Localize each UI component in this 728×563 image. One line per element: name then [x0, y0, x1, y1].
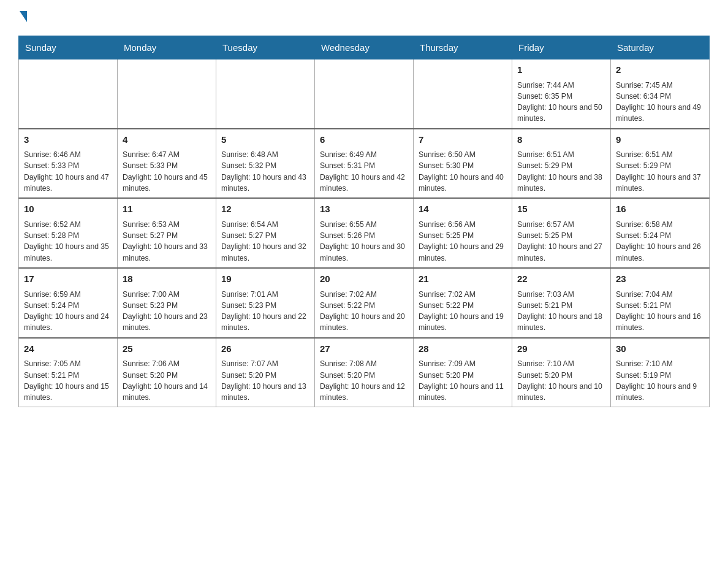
day-number: 11: [123, 202, 211, 216]
sun-info-line: Sunset: 5:21 PM: [517, 300, 605, 311]
calendar-cell: 14Sunrise: 6:56 AMSunset: 5:25 PMDayligh…: [414, 198, 512, 268]
day-number: 24: [24, 342, 112, 356]
sun-info-line: Sunrise: 7:08 AM: [320, 358, 408, 369]
sun-info-line: Sunrise: 6:55 AM: [320, 219, 408, 230]
sun-info-line: Sunrise: 7:07 AM: [221, 358, 309, 369]
calendar-week-row: 10Sunrise: 6:52 AMSunset: 5:28 PMDayligh…: [19, 198, 710, 268]
calendar-cell: 1Sunrise: 7:44 AMSunset: 6:35 PMDaylight…: [512, 59, 611, 129]
sun-info-line: Daylight: 10 hours and 37 minutes.: [616, 172, 704, 194]
calendar-cell: 26Sunrise: 7:07 AMSunset: 5:20 PMDayligh…: [216, 338, 315, 407]
day-number: 26: [221, 342, 309, 356]
calendar-cell: 10Sunrise: 6:52 AMSunset: 5:28 PMDayligh…: [19, 198, 118, 268]
sun-info-line: Sunrise: 6:51 AM: [616, 149, 704, 160]
sun-info-line: Daylight: 10 hours and 43 minutes.: [221, 172, 309, 194]
day-number: 30: [616, 342, 704, 356]
sun-info-line: Sunrise: 6:54 AM: [221, 219, 309, 230]
sun-info-line: Daylight: 10 hours and 15 minutes.: [24, 381, 112, 404]
sun-info-line: Sunrise: 7:10 AM: [517, 358, 605, 369]
day-number: 19: [221, 272, 309, 286]
calendar-cell: 12Sunrise: 6:54 AMSunset: 5:27 PMDayligh…: [216, 198, 315, 268]
logo: [18, 12, 27, 23]
sun-info-line: Daylight: 10 hours and 30 minutes.: [320, 241, 408, 264]
sun-info-line: Daylight: 10 hours and 45 minutes.: [123, 172, 211, 194]
day-number: 15: [517, 202, 605, 216]
sun-info-line: Sunrise: 7:02 AM: [320, 289, 408, 300]
day-number: 6: [320, 133, 408, 147]
sun-info-line: Daylight: 10 hours and 50 minutes.: [517, 102, 605, 124]
sun-info-line: Sunset: 5:28 PM: [24, 230, 112, 241]
day-number: 7: [419, 133, 507, 147]
sun-info-line: Sunset: 5:25 PM: [517, 230, 605, 241]
calendar-cell: 28Sunrise: 7:09 AMSunset: 5:20 PMDayligh…: [414, 338, 512, 407]
calendar-week-row: 24Sunrise: 7:05 AMSunset: 5:21 PMDayligh…: [19, 338, 710, 407]
day-number: 13: [320, 202, 408, 216]
sun-info-line: Sunset: 5:20 PM: [517, 370, 605, 381]
day-number: 2: [616, 63, 704, 77]
sun-info-line: Daylight: 10 hours and 40 minutes.: [419, 172, 507, 194]
day-number: 23: [616, 272, 704, 286]
sun-info-line: Sunset: 5:29 PM: [616, 160, 704, 171]
sun-info-line: Sunrise: 7:04 AM: [616, 289, 704, 300]
day-number: 9: [616, 133, 704, 147]
sun-info-line: Sunset: 5:22 PM: [320, 300, 408, 311]
day-number: 18: [123, 272, 211, 286]
sun-info-line: Sunrise: 6:52 AM: [24, 219, 112, 230]
day-number: 16: [616, 202, 704, 216]
sun-info-line: Sunset: 5:32 PM: [221, 160, 309, 171]
day-number: 12: [221, 202, 309, 216]
day-number: 1: [517, 63, 605, 77]
sun-info-line: Daylight: 10 hours and 11 minutes.: [419, 381, 507, 404]
sun-info-line: Daylight: 10 hours and 32 minutes.: [221, 241, 309, 264]
sun-info-line: Daylight: 10 hours and 10 minutes.: [517, 381, 605, 404]
day-number: 4: [123, 133, 211, 147]
calendar-week-row: 17Sunrise: 6:59 AMSunset: 5:24 PMDayligh…: [19, 268, 710, 338]
sun-info-line: Sunset: 5:29 PM: [517, 160, 605, 171]
weekday-header-sunday: Sunday: [19, 36, 118, 59]
sun-info-line: Sunrise: 6:51 AM: [517, 149, 605, 160]
day-number: 5: [221, 133, 309, 147]
calendar-cell: 19Sunrise: 7:01 AMSunset: 5:23 PMDayligh…: [216, 268, 315, 338]
day-number: 27: [320, 342, 408, 356]
weekday-header-tuesday: Tuesday: [216, 36, 315, 59]
sun-info-line: Sunset: 5:33 PM: [24, 160, 112, 171]
sun-info-line: Sunset: 5:30 PM: [419, 160, 507, 171]
calendar-cell: 15Sunrise: 6:57 AMSunset: 5:25 PMDayligh…: [512, 198, 611, 268]
sun-info-line: Daylight: 10 hours and 49 minutes.: [616, 102, 704, 124]
sun-info-line: Sunset: 5:23 PM: [221, 300, 309, 311]
calendar-cell: 30Sunrise: 7:10 AMSunset: 5:19 PMDayligh…: [611, 338, 710, 407]
sun-info-line: Sunrise: 7:05 AM: [24, 358, 112, 369]
calendar-cell: 11Sunrise: 6:53 AMSunset: 5:27 PMDayligh…: [118, 198, 216, 268]
sun-info-line: Daylight: 10 hours and 26 minutes.: [616, 241, 704, 264]
calendar-cell: 29Sunrise: 7:10 AMSunset: 5:20 PMDayligh…: [512, 338, 611, 407]
calendar-cell: 20Sunrise: 7:02 AMSunset: 5:22 PMDayligh…: [315, 268, 414, 338]
sun-info-line: Daylight: 10 hours and 18 minutes.: [517, 311, 605, 334]
sun-info-line: Sunrise: 7:45 AM: [616, 80, 704, 91]
calendar-table: SundayMondayTuesdayWednesdayThursdayFrid…: [18, 36, 710, 407]
day-number: 14: [419, 202, 507, 216]
sun-info-line: Sunset: 5:21 PM: [616, 300, 704, 311]
calendar-cell: 6Sunrise: 6:49 AMSunset: 5:31 PMDaylight…: [315, 129, 414, 199]
sun-info-line: Daylight: 10 hours and 42 minutes.: [320, 172, 408, 194]
sun-info-line: Sunrise: 6:56 AM: [419, 219, 507, 230]
day-number: 8: [517, 133, 605, 147]
sun-info-line: Sunset: 6:35 PM: [517, 91, 605, 102]
sun-info-line: Sunrise: 7:00 AM: [123, 289, 211, 300]
sun-info-line: Sunrise: 7:09 AM: [419, 358, 507, 369]
sun-info-line: Daylight: 10 hours and 35 minutes.: [24, 241, 112, 264]
sun-info-line: Daylight: 10 hours and 14 minutes.: [123, 381, 211, 404]
sun-info-line: Sunrise: 6:49 AM: [320, 149, 408, 160]
sun-info-line: Sunset: 5:27 PM: [123, 230, 211, 241]
sun-info-line: Daylight: 10 hours and 16 minutes.: [616, 311, 704, 334]
sun-info-line: Sunset: 5:25 PM: [419, 230, 507, 241]
sun-info-line: Sunrise: 7:06 AM: [123, 358, 211, 369]
calendar-cell: 18Sunrise: 7:00 AMSunset: 5:23 PMDayligh…: [118, 268, 216, 338]
calendar-cell: 5Sunrise: 6:48 AMSunset: 5:32 PMDaylight…: [216, 129, 315, 199]
calendar-cell: 3Sunrise: 6:46 AMSunset: 5:33 PMDaylight…: [19, 129, 118, 199]
sun-info-line: Daylight: 10 hours and 23 minutes.: [123, 311, 211, 334]
sun-info-line: Sunrise: 7:44 AM: [517, 80, 605, 91]
sun-info-line: Sunset: 5:20 PM: [221, 370, 309, 381]
weekday-header-monday: Monday: [118, 36, 216, 59]
sun-info-line: Sunrise: 6:59 AM: [24, 289, 112, 300]
sun-info-line: Daylight: 10 hours and 29 minutes.: [419, 241, 507, 264]
calendar-cell: 21Sunrise: 7:02 AMSunset: 5:22 PMDayligh…: [414, 268, 512, 338]
